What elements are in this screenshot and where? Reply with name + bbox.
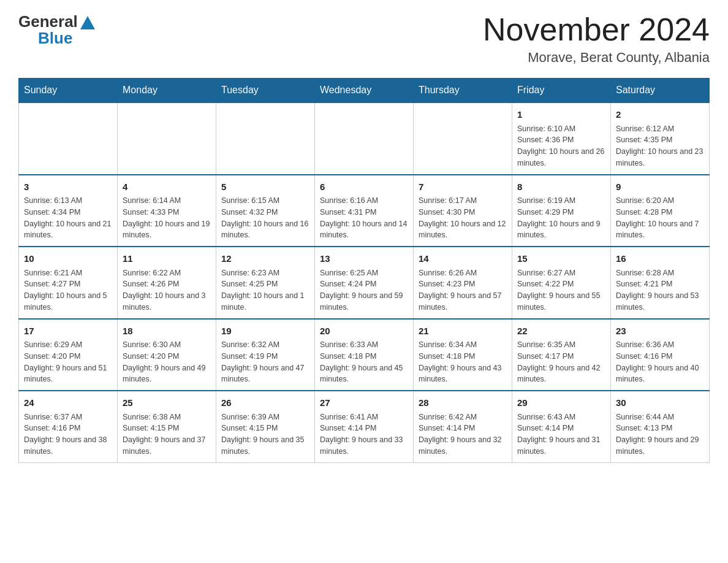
calendar-cell [118, 102, 216, 175]
logo: General Blue [18, 12, 95, 48]
week-row: 24Sunrise: 6:37 AM Sunset: 4:16 PM Dayli… [19, 391, 710, 462]
calendar-cell: 4Sunrise: 6:14 AM Sunset: 4:33 PM Daylig… [118, 175, 216, 247]
day-info: Sunrise: 6:33 AM Sunset: 4:18 PM Dayligh… [320, 339, 408, 385]
day-of-week-header: Thursday [414, 79, 512, 103]
calendar-cell: 25Sunrise: 6:38 AM Sunset: 4:15 PM Dayli… [118, 391, 216, 462]
day-number: 26 [221, 396, 309, 410]
day-info: Sunrise: 6:10 AM Sunset: 4:36 PM Dayligh… [517, 123, 605, 169]
week-row: 1Sunrise: 6:10 AM Sunset: 4:36 PM Daylig… [19, 102, 710, 175]
calendar-cell: 24Sunrise: 6:37 AM Sunset: 4:16 PM Dayli… [19, 391, 118, 462]
day-number: 14 [419, 252, 507, 266]
calendar-table: SundayMondayTuesdayWednesdayThursdayFrid… [18, 78, 710, 463]
day-info: Sunrise: 6:29 AM Sunset: 4:20 PM Dayligh… [24, 339, 112, 385]
day-number: 3 [24, 180, 112, 194]
calendar-cell: 22Sunrise: 6:35 AM Sunset: 4:17 PM Dayli… [512, 319, 611, 391]
day-info: Sunrise: 6:20 AM Sunset: 4:28 PM Dayligh… [616, 195, 704, 241]
calendar-cell: 26Sunrise: 6:39 AM Sunset: 4:15 PM Dayli… [216, 391, 315, 462]
calendar-cell [19, 102, 118, 175]
week-row: 3Sunrise: 6:13 AM Sunset: 4:34 PM Daylig… [19, 175, 710, 247]
day-info: Sunrise: 6:12 AM Sunset: 4:35 PM Dayligh… [616, 123, 704, 169]
day-number: 15 [517, 252, 605, 266]
day-number: 20 [320, 324, 408, 339]
day-info: Sunrise: 6:22 AM Sunset: 4:26 PM Dayligh… [123, 267, 211, 313]
day-number: 16 [616, 252, 704, 266]
calendar-cell: 15Sunrise: 6:27 AM Sunset: 4:22 PM Dayli… [512, 247, 611, 319]
calendar-cell: 16Sunrise: 6:28 AM Sunset: 4:21 PM Dayli… [611, 247, 710, 319]
calendar-cell: 29Sunrise: 6:43 AM Sunset: 4:14 PM Dayli… [512, 391, 611, 462]
day-info: Sunrise: 6:37 AM Sunset: 4:16 PM Dayligh… [24, 412, 112, 458]
title-section: November 2024 Morave, Berat County, Alba… [483, 12, 710, 66]
day-of-week-header: Wednesday [315, 79, 414, 103]
calendar-cell: 20Sunrise: 6:33 AM Sunset: 4:18 PM Dayli… [315, 319, 414, 391]
calendar-cell: 8Sunrise: 6:19 AM Sunset: 4:29 PM Daylig… [512, 175, 611, 247]
day-number: 9 [616, 180, 704, 194]
day-of-week-header: Saturday [611, 79, 710, 103]
logo-triangle-icon [80, 16, 95, 29]
day-info: Sunrise: 6:15 AM Sunset: 4:32 PM Dayligh… [221, 195, 309, 241]
day-info: Sunrise: 6:35 AM Sunset: 4:17 PM Dayligh… [517, 339, 605, 385]
day-of-week-header: Sunday [19, 79, 118, 103]
calendar-cell: 11Sunrise: 6:22 AM Sunset: 4:26 PM Dayli… [118, 247, 216, 319]
day-number: 28 [419, 396, 507, 410]
logo-blue-text: Blue [38, 29, 72, 48]
day-number: 30 [616, 396, 704, 410]
day-number: 6 [320, 180, 408, 194]
day-info: Sunrise: 6:42 AM Sunset: 4:14 PM Dayligh… [419, 412, 507, 458]
day-number: 8 [517, 180, 605, 194]
day-info: Sunrise: 6:38 AM Sunset: 4:15 PM Dayligh… [123, 412, 211, 458]
page-header: General Blue November 2024 Morave, Berat… [18, 12, 710, 66]
day-number: 5 [221, 180, 309, 194]
day-info: Sunrise: 6:34 AM Sunset: 4:18 PM Dayligh… [419, 339, 507, 385]
calendar-cell: 2Sunrise: 6:12 AM Sunset: 4:35 PM Daylig… [611, 102, 710, 175]
day-info: Sunrise: 6:32 AM Sunset: 4:19 PM Dayligh… [221, 339, 309, 385]
day-number: 1 [517, 108, 605, 122]
day-number: 27 [320, 396, 408, 410]
location-title: Morave, Berat County, Albania [483, 50, 710, 66]
day-number: 22 [517, 324, 605, 339]
calendar-cell [216, 102, 315, 175]
day-info: Sunrise: 6:14 AM Sunset: 4:33 PM Dayligh… [123, 195, 211, 241]
day-number: 10 [24, 252, 112, 266]
calendar-body: 1Sunrise: 6:10 AM Sunset: 4:36 PM Daylig… [19, 102, 710, 462]
day-info: Sunrise: 6:19 AM Sunset: 4:29 PM Dayligh… [517, 195, 605, 241]
month-title: November 2024 [483, 12, 710, 47]
day-number: 12 [221, 252, 309, 266]
calendar-cell: 1Sunrise: 6:10 AM Sunset: 4:36 PM Daylig… [512, 102, 611, 175]
day-info: Sunrise: 6:44 AM Sunset: 4:13 PM Dayligh… [616, 412, 704, 458]
day-info: Sunrise: 6:27 AM Sunset: 4:22 PM Dayligh… [517, 267, 605, 313]
calendar-cell [315, 102, 414, 175]
day-number: 17 [24, 324, 112, 339]
days-of-week-row: SundayMondayTuesdayWednesdayThursdayFrid… [19, 79, 710, 103]
day-info: Sunrise: 6:30 AM Sunset: 4:20 PM Dayligh… [123, 339, 211, 385]
day-number: 29 [517, 396, 605, 410]
day-info: Sunrise: 6:25 AM Sunset: 4:24 PM Dayligh… [320, 267, 408, 313]
day-number: 11 [123, 252, 211, 266]
calendar-cell: 17Sunrise: 6:29 AM Sunset: 4:20 PM Dayli… [19, 319, 118, 391]
day-info: Sunrise: 6:17 AM Sunset: 4:30 PM Dayligh… [419, 195, 507, 241]
day-info: Sunrise: 6:36 AM Sunset: 4:16 PM Dayligh… [616, 339, 704, 385]
calendar-cell: 3Sunrise: 6:13 AM Sunset: 4:34 PM Daylig… [19, 175, 118, 247]
calendar-cell: 27Sunrise: 6:41 AM Sunset: 4:14 PM Dayli… [315, 391, 414, 462]
calendar-cell [414, 102, 512, 175]
calendar-cell: 7Sunrise: 6:17 AM Sunset: 4:30 PM Daylig… [414, 175, 512, 247]
day-number: 4 [123, 180, 211, 194]
calendar-cell: 30Sunrise: 6:44 AM Sunset: 4:13 PM Dayli… [611, 391, 710, 462]
calendar-cell: 21Sunrise: 6:34 AM Sunset: 4:18 PM Dayli… [414, 319, 512, 391]
day-of-week-header: Friday [512, 79, 611, 103]
calendar-cell: 13Sunrise: 6:25 AM Sunset: 4:24 PM Dayli… [315, 247, 414, 319]
day-info: Sunrise: 6:13 AM Sunset: 4:34 PM Dayligh… [24, 195, 112, 241]
day-number: 23 [616, 324, 704, 339]
day-number: 2 [616, 108, 704, 122]
calendar-cell: 23Sunrise: 6:36 AM Sunset: 4:16 PM Dayli… [611, 319, 710, 391]
week-row: 10Sunrise: 6:21 AM Sunset: 4:27 PM Dayli… [19, 247, 710, 319]
calendar-cell: 12Sunrise: 6:23 AM Sunset: 4:25 PM Dayli… [216, 247, 315, 319]
day-number: 24 [24, 396, 112, 410]
day-of-week-header: Tuesday [216, 79, 315, 103]
calendar-cell: 5Sunrise: 6:15 AM Sunset: 4:32 PM Daylig… [216, 175, 315, 247]
week-row: 17Sunrise: 6:29 AM Sunset: 4:20 PM Dayli… [19, 319, 710, 391]
day-number: 21 [419, 324, 507, 339]
day-info: Sunrise: 6:16 AM Sunset: 4:31 PM Dayligh… [320, 195, 408, 241]
day-info: Sunrise: 6:43 AM Sunset: 4:14 PM Dayligh… [517, 412, 605, 458]
day-info: Sunrise: 6:26 AM Sunset: 4:23 PM Dayligh… [419, 267, 507, 313]
calendar-cell: 14Sunrise: 6:26 AM Sunset: 4:23 PM Dayli… [414, 247, 512, 319]
